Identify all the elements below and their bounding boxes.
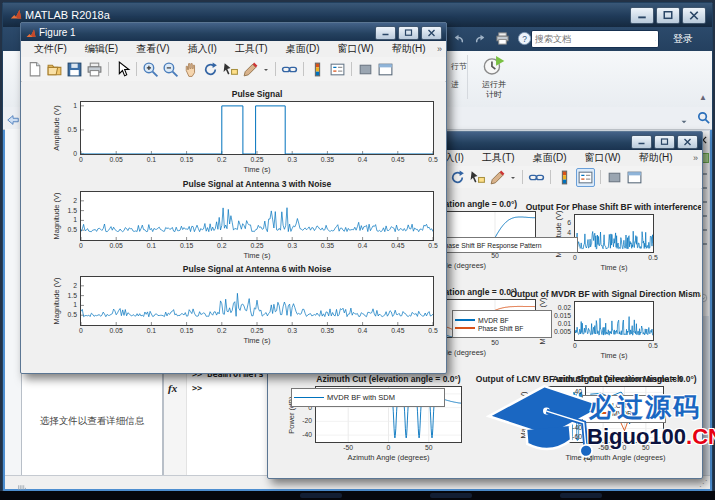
doc-search-box	[531, 30, 659, 48]
open-icon[interactable]	[46, 61, 63, 78]
legend-icon[interactable]	[576, 168, 595, 187]
plot-ylabel: Power (dB)	[557, 396, 566, 434]
maximize-button[interactable]	[654, 135, 675, 149]
hand-icon[interactable]	[182, 61, 199, 78]
plot-ytick: 1	[540, 389, 544, 396]
plot-xtick: 0.25	[250, 156, 263, 163]
caret-icon[interactable]	[509, 169, 517, 186]
plot-ytick: 1	[73, 301, 77, 308]
new-icon[interactable]	[26, 61, 43, 78]
print-icon[interactable]	[495, 31, 510, 46]
plot-xtick: 50	[491, 252, 499, 259]
maximize-button[interactable]	[656, 7, 680, 24]
plot-xtick: 50	[425, 444, 433, 451]
caret-icon[interactable]	[262, 61, 270, 78]
minimize-button[interactable]	[631, 135, 652, 149]
menu-item[interactable]: 插入(I)	[178, 41, 225, 57]
dock-icon[interactable]	[626, 169, 643, 186]
search-input[interactable]	[532, 34, 655, 44]
status-grip-icon	[11, 478, 33, 487]
colorbar-icon[interactable]	[309, 61, 326, 78]
plot-ytick: 0.5	[68, 126, 77, 133]
menu-overflow-chevron[interactable]: »	[693, 153, 698, 163]
pointer-icon[interactable]	[114, 61, 131, 78]
figure1-titlebar[interactable]: Figure 1	[21, 23, 446, 41]
colorbar-icon[interactable]	[556, 169, 573, 186]
menu-item[interactable]: 窗口(W)	[576, 150, 630, 166]
undo-icon[interactable]	[451, 31, 466, 46]
legend-icon[interactable]	[329, 61, 346, 78]
zoomin-icon[interactable]	[142, 61, 159, 78]
plot-ytick: 2	[73, 282, 77, 289]
menu-item[interactable]: 窗口(W)	[329, 41, 383, 57]
print-icon[interactable]	[86, 61, 103, 78]
plot-xtick: 0.5	[648, 342, 657, 349]
link-icon[interactable]	[528, 169, 545, 186]
command-prompt[interactable]: >>	[192, 383, 202, 393]
plot-xtick: -50	[598, 444, 608, 451]
cursor-icon[interactable]	[469, 169, 486, 186]
save-icon[interactable]	[66, 61, 83, 78]
plot-xtick: 0.45	[391, 156, 404, 163]
legend-label: LCMV	[612, 402, 631, 409]
menu-item[interactable]: 帮助(H)	[630, 150, 682, 166]
menu-item[interactable]: 查看(V)	[127, 41, 178, 57]
brush-icon[interactable]	[242, 61, 259, 78]
plot-xtick: 0.35	[321, 327, 334, 334]
zoomout-icon[interactable]	[162, 61, 179, 78]
menu-overflow-chevron[interactable]: »	[437, 44, 442, 54]
ribbon-collapse-button[interactable]: ▲	[695, 93, 711, 104]
legend-lcmv[interactable]: LCMV MVDR	[582, 395, 666, 423]
legend-label: MVDR BF	[478, 317, 509, 324]
run-and-time-button[interactable]: 运行并 计时	[471, 54, 517, 100]
redo-icon[interactable]	[473, 31, 488, 46]
minimize-button[interactable]	[375, 26, 396, 40]
dock-icon[interactable]	[377, 61, 394, 78]
menu-item[interactable]: 文件(F)	[25, 41, 76, 57]
plot-xtick: 50	[491, 339, 499, 346]
menu-item[interactable]: 工具(T)	[226, 41, 277, 57]
rotate-icon[interactable]	[202, 61, 219, 78]
plot-ytick: 0.4	[535, 418, 544, 425]
legend-mvdr-sdm[interactable]: MVDR BF with SDM	[291, 388, 445, 407]
sq-icon[interactable]	[357, 61, 374, 78]
ribbon-advance-label[interactable]: 进	[451, 79, 459, 90]
plot-xtick: 0.5	[428, 327, 437, 334]
menu-item[interactable]: 桌面(D)	[277, 41, 329, 57]
legend-mvdr-phaseshift[interactable]: MVDR BF Phase Shift BF	[452, 310, 552, 338]
close-button[interactable]	[682, 7, 706, 24]
help-icon[interactable]: ?	[517, 31, 532, 46]
toolbar-separator	[351, 62, 352, 76]
menu-item[interactable]: 编辑(E)	[76, 41, 127, 57]
run-and-time-label-1: 运行并	[471, 80, 517, 90]
plot-antenna6-noise: Pulse Signal at Antenna 6 with NoiseTime…	[80, 276, 434, 326]
plot-xlabel: Time (s)	[600, 263, 627, 272]
plot-ytick: 0.02	[558, 304, 571, 311]
brush-icon[interactable]	[489, 169, 506, 186]
taskbar-item[interactable]	[560, 493, 602, 498]
sq-icon[interactable]	[606, 169, 623, 186]
resize-grip-icon[interactable]: ⋰	[699, 479, 707, 488]
rotate-icon[interactable]	[449, 169, 466, 186]
close-button[interactable]	[421, 26, 442, 40]
address-dropdown-icon[interactable]	[679, 113, 689, 123]
back-arrow-icon[interactable]	[6, 113, 20, 127]
menu-item[interactable]: 帮助(H)	[383, 41, 435, 57]
close-button[interactable]	[677, 135, 698, 149]
menu-item[interactable]: 工具(T)	[473, 150, 524, 166]
plot-ytick: -60	[572, 433, 582, 440]
cursor-icon[interactable]	[222, 61, 239, 78]
taskbar-item[interactable]	[300, 493, 342, 498]
plot-xtick: 0.5	[648, 254, 657, 261]
taskbar-item[interactable]	[430, 493, 472, 498]
ribbon-run-section-label[interactable]: 行节	[451, 61, 467, 72]
maximize-button[interactable]	[398, 26, 419, 40]
link-icon[interactable]	[281, 61, 298, 78]
taskbar[interactable]	[0, 491, 715, 500]
menu-item[interactable]: 桌面(D)	[524, 150, 576, 166]
plot-xtick: 0.5	[428, 242, 437, 249]
address-search-icon[interactable]	[696, 110, 711, 125]
minimize-button[interactable]	[630, 7, 654, 24]
search-icon[interactable]	[655, 33, 656, 46]
login-link[interactable]: 登录	[673, 32, 693, 46]
